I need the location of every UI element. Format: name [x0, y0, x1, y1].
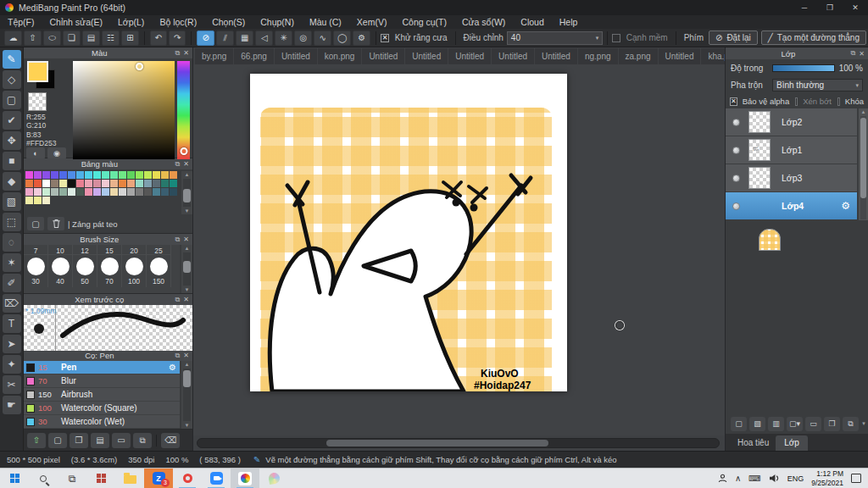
scroll-up-icon[interactable]: ▲ [185, 361, 190, 368]
size-scrollbar[interactable]: ▲ ▼ [181, 245, 192, 293]
palette-swatch[interactable] [34, 180, 42, 187]
palette-swatch[interactable] [93, 171, 101, 179]
document-tab[interactable]: Untitled [362, 48, 404, 64]
palette-swatch[interactable] [127, 180, 135, 187]
palette-swatch[interactable] [136, 171, 143, 179]
undo-button[interactable]: ↶ [150, 30, 167, 46]
palette-swatch[interactable] [144, 188, 152, 196]
layer-row[interactable]: Lớp4 ⚙ [726, 192, 857, 220]
palette-swatch[interactable] [93, 188, 101, 196]
layer-footer-button[interactable]: ▢ [731, 417, 747, 431]
layer-scrollbar[interactable]: ▲ [859, 108, 868, 220]
palette-swatch[interactable] [153, 188, 160, 196]
menu-item[interactable]: Tệp(F) [0, 15, 42, 29]
file-explorer-button[interactable] [115, 469, 144, 488]
volume-icon[interactable] [769, 474, 780, 483]
layer-visibility-toggle[interactable] [732, 119, 740, 126]
scroll-up-icon[interactable]: ▲ [861, 108, 866, 115]
tab-layer[interactable]: Lớp [776, 435, 808, 451]
snap-button[interactable]: ◁ [255, 30, 273, 46]
brush-item[interactable]: 100 Watercolor (Square) [24, 402, 180, 415]
brush-size-option[interactable]: 10 [48, 245, 73, 255]
brush-item[interactable]: 15 Pen ⚙ [24, 361, 180, 374]
layer-footer-button[interactable]: ▧ [749, 417, 765, 431]
palette-swatch[interactable] [102, 188, 109, 196]
reset-button[interactable]: ⊘ Đặt lại [709, 30, 758, 45]
taskbar-app-zoom[interactable] [202, 469, 231, 488]
tool-button[interactable]: ◇ [3, 70, 21, 89]
brush-size-option[interactable] [147, 255, 171, 277]
brush-size-option[interactable] [122, 255, 147, 277]
menu-item[interactable]: Cửa sổ(W) [454, 15, 513, 29]
scroll-down-icon[interactable]: ▼ [861, 420, 866, 427]
start-button[interactable] [0, 469, 29, 488]
palette-swatch[interactable] [34, 188, 42, 196]
palette-swatch[interactable] [85, 171, 92, 179]
taskbar-app-mail[interactable] [86, 469, 115, 488]
palette-swatch[interactable] [161, 180, 169, 187]
palette-swatch[interactable] [34, 171, 42, 179]
hue-selector[interactable] [180, 147, 187, 155]
brush-size-option[interactable] [48, 255, 73, 277]
palette-swatch[interactable] [68, 180, 75, 187]
toolbar-button[interactable]: ▤ [82, 30, 100, 46]
draw-line-button[interactable]: ╱ Tạo một đường thẳng [761, 30, 866, 45]
tool-button[interactable]: ✎ [3, 50, 21, 69]
popout-icon[interactable]: ⧉ [175, 49, 181, 58]
people-icon[interactable] [718, 474, 727, 483]
add-color-button[interactable]: ▢ [27, 217, 44, 230]
horizontal-scrollbar[interactable] [197, 438, 720, 448]
palette-swatch[interactable] [161, 171, 169, 179]
toolbar-button[interactable]: ⊞ [121, 30, 139, 46]
palette-swatch[interactable] [76, 180, 84, 187]
delete-color-button[interactable] [47, 217, 64, 230]
palette-swatch[interactable] [136, 188, 143, 196]
foreground-color-swatch[interactable] [27, 61, 48, 82]
palette-swatch[interactable] [42, 188, 50, 196]
palette-swatch[interactable] [42, 171, 50, 179]
close-icon[interactable]: ✕ [859, 50, 865, 58]
search-button[interactable] [29, 469, 58, 488]
layer-footer-button[interactable]: ⧉ [843, 417, 859, 431]
snap-button[interactable]: ∿ [314, 30, 331, 46]
document-tab[interactable]: Untitled [535, 48, 577, 64]
close-button[interactable]: ✕ [843, 0, 868, 15]
tool-button[interactable]: ➤ [3, 335, 21, 353]
clock[interactable]: 1:12 PM 9/25/2021 [811, 469, 843, 486]
tool-button[interactable]: ◌ [3, 233, 21, 252]
scroll-up-icon[interactable]: ▲ [185, 245, 190, 252]
menu-item[interactable]: Bộ lọc(R) [152, 15, 204, 29]
palette-swatch[interactable] [110, 180, 118, 187]
tool-button[interactable]: ✦ [3, 355, 21, 374]
palette-swatch[interactable] [119, 180, 126, 187]
soft-edge-checkbox[interactable] [612, 34, 620, 42]
scroll-down-icon[interactable]: ▼ [185, 208, 190, 214]
blend-mode-dropdown[interactable]: Bình thường ▾ [772, 79, 863, 92]
palette-swatch[interactable] [110, 188, 118, 196]
brush-footer-button[interactable]: ▢ [48, 433, 67, 448]
taskbar-app-opera[interactable] [173, 469, 202, 488]
palette-swatch[interactable] [144, 180, 152, 187]
tool-button[interactable]: ✶ [3, 253, 21, 272]
drawing-canvas[interactable]: KiuOvO #Hoidap247 [250, 74, 567, 391]
alpha-protect-checkbox[interactable]: ✕ [730, 97, 737, 106]
palette-swatch[interactable] [25, 171, 33, 179]
palette-swatch[interactable] [51, 188, 58, 196]
action-center-icon[interactable] [851, 474, 861, 483]
minimize-button[interactable]: ─ [792, 0, 817, 15]
palette-swatch[interactable] [170, 180, 177, 187]
palette-swatch[interactable] [76, 171, 84, 179]
close-icon[interactable]: ✕ [183, 352, 189, 359]
snap-button[interactable]: ◯ [333, 30, 351, 46]
sv-selector[interactable] [136, 63, 143, 70]
close-icon[interactable]: ✕ [183, 49, 189, 57]
menu-item[interactable]: Lớp(L) [110, 15, 152, 29]
document-tab[interactable]: kon.png [318, 48, 362, 64]
brush-size-option[interactable]: 15 [97, 245, 122, 255]
palette-swatch[interactable] [51, 180, 58, 187]
layer-footer-button[interactable]: ❐ [824, 417, 840, 431]
palette-swatch[interactable] [119, 188, 126, 196]
brush-item[interactable]: 30 Watercolor (Wet) [24, 415, 180, 429]
clipping-checkbox[interactable] [795, 97, 798, 106]
menu-item[interactable]: Chụp(N) [253, 15, 302, 29]
